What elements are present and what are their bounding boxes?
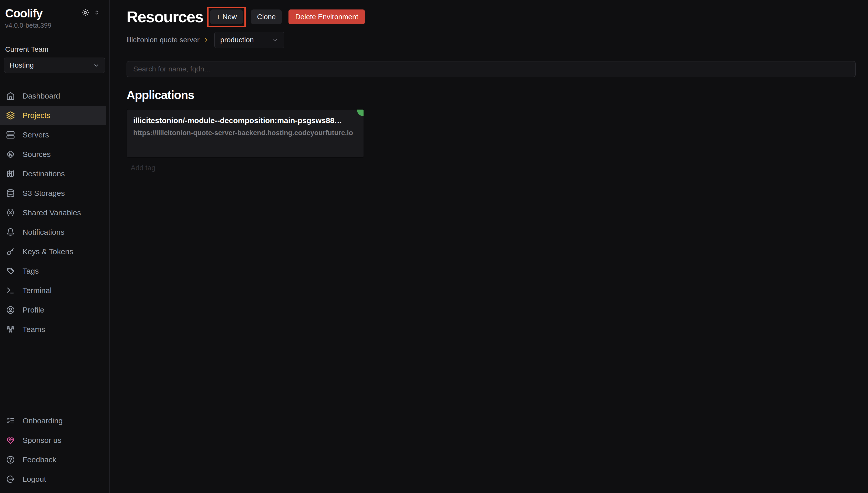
page-header: Resources + New Clone Delete Environment [127, 7, 856, 27]
applications-section-title: Applications [127, 88, 856, 102]
add-tag-input[interactable]: Add tag [131, 164, 856, 172]
sidebar-item-s3-storages[interactable]: S3 Storages [0, 184, 106, 203]
terminal-icon [6, 286, 15, 295]
variable-icon [6, 208, 15, 217]
application-url: https://illicitonion-quote-server-backen… [133, 129, 357, 137]
sidebar-item-label: Shared Variables [23, 208, 81, 217]
sidebar: Coolify v4.0.0-beta.399 Current Team Hos… [0, 0, 110, 493]
sidebar-item-label: Tags [23, 267, 39, 275]
sidebar-item-label: Teams [23, 325, 45, 334]
sidebar-item-keys-tokens[interactable]: Keys & Tokens [0, 242, 106, 261]
sidebar-item-label: Sources [23, 150, 51, 159]
bell-icon [6, 228, 15, 237]
environment-select-value: production [220, 36, 254, 44]
sidebar-item-label: Terminal [23, 286, 51, 295]
team-section: Current Team Hosting [0, 45, 109, 73]
current-team-label: Current Team [4, 45, 105, 53]
sidebar-item-label: Notifications [23, 228, 64, 237]
sidebar-item-servers[interactable]: Servers [0, 125, 106, 145]
sidebar-item-terminal[interactable]: Terminal [0, 281, 106, 300]
help-circle-icon [6, 455, 15, 464]
database-icon [6, 189, 15, 198]
breadcrumb: illicitonion quote server production [127, 32, 856, 48]
chevron-right-icon [203, 37, 209, 43]
new-button[interactable]: + New [210, 9, 243, 24]
logout-icon [6, 475, 15, 484]
team-select-value: Hosting [9, 61, 34, 69]
sidebar-item-label: S3 Storages [23, 189, 65, 198]
sidebar-item-label: Sponsor us [23, 436, 61, 445]
chevrons-up-down-icon[interactable] [94, 9, 100, 16]
team-select[interactable]: Hosting [4, 58, 105, 73]
clone-button[interactable]: Clone [251, 9, 282, 24]
sidebar-item-destinations[interactable]: Destinations [0, 164, 106, 184]
sidebar-item-onboarding[interactable]: Onboarding [0, 411, 106, 431]
sidebar-footer: Onboarding Sponsor us Feedback Logout [0, 411, 109, 489]
sidebar-item-sources[interactable]: Sources [0, 145, 106, 164]
sidebar-spacer [0, 339, 109, 411]
sidebar-item-notifications[interactable]: Notifications [0, 222, 106, 242]
theme-toggle-sun-icon[interactable] [81, 9, 89, 16]
sidebar-item-label: Projects [23, 111, 50, 120]
sidebar-item-shared-variables[interactable]: Shared Variables [0, 203, 106, 222]
main-content: Resources + New Clone Delete Environment… [110, 0, 868, 493]
sidebar-item-projects[interactable]: Projects [0, 106, 106, 125]
heart-handshake-icon [6, 436, 15, 445]
sidebar-item-label: Dashboard [23, 92, 60, 100]
sidebar-item-label: Servers [23, 131, 49, 139]
chevron-down-icon [93, 62, 100, 69]
sidebar-item-teams[interactable]: Teams [0, 320, 106, 339]
server-icon [6, 131, 15, 139]
layers-icon [6, 111, 15, 120]
page-title: Resources [127, 8, 203, 26]
key-icon [6, 247, 15, 256]
tags-icon [6, 267, 15, 275]
sidebar-item-sponsor-us[interactable]: Sponsor us [0, 431, 106, 450]
sidebar-item-feedback[interactable]: Feedback [0, 450, 106, 469]
sidebar-item-label: Onboarding [23, 416, 63, 425]
chevron-down-icon [272, 37, 278, 43]
user-circle-icon [6, 306, 15, 314]
delete-environment-button[interactable]: Delete Environment [288, 9, 365, 24]
sidebar-item-tags[interactable]: Tags [0, 261, 106, 281]
sidebar-item-profile[interactable]: Profile [0, 300, 106, 320]
map-icon [6, 169, 15, 178]
home-icon [6, 92, 15, 100]
app-logo: Coolify [5, 7, 42, 20]
application-card[interactable]: illicitestonion/-module--decomposition:m… [127, 109, 364, 158]
sidebar-item-label: Logout [23, 475, 46, 484]
checklist-icon [6, 416, 15, 425]
sidebar-nav: Dashboard Projects Servers Sources Desti… [0, 86, 109, 339]
sidebar-item-dashboard[interactable]: Dashboard [0, 86, 106, 106]
sidebar-item-label: Destinations [23, 169, 65, 178]
breadcrumb-project-link[interactable]: illicitonion quote server [127, 36, 200, 44]
application-name: illicitestonion/-module--decomposition:m… [133, 116, 357, 125]
search-bar [127, 61, 856, 77]
sidebar-item-label: Profile [23, 306, 44, 314]
sidebar-item-logout[interactable]: Logout [0, 469, 106, 489]
annotation-highlight: + New [207, 7, 246, 27]
sidebar-item-label: Keys & Tokens [23, 247, 73, 256]
app-version: v4.0.0-beta.399 [5, 22, 100, 29]
users-icon [6, 325, 15, 334]
git-icon [6, 150, 15, 159]
status-indicator-running [357, 109, 364, 116]
sidebar-item-label: Feedback [23, 455, 56, 464]
environment-select[interactable]: production [214, 32, 284, 48]
sidebar-header: Coolify v4.0.0-beta.399 [0, 0, 109, 29]
search-input[interactable] [127, 61, 856, 77]
